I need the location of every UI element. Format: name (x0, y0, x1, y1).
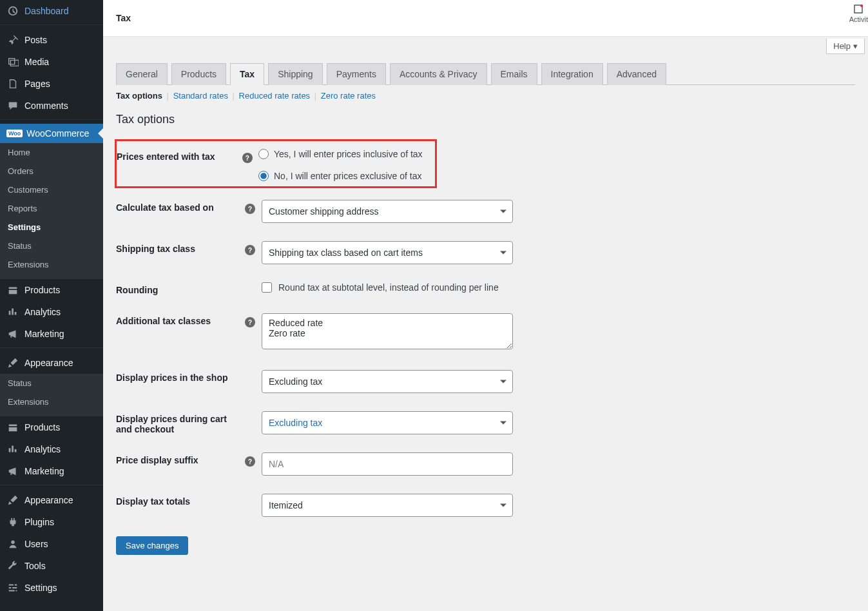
sidebar-sub-settings[interactable]: Settings (0, 218, 103, 237)
sidebar-item-label: Dashboard (24, 6, 69, 16)
cart-prices-select[interactable]: Excluding tax (262, 411, 513, 434)
sidebar-item-label: Products (24, 422, 60, 432)
products-icon (6, 421, 19, 434)
radio-exclusive-input[interactable] (258, 171, 269, 181)
sidebar-sub-extensions2[interactable]: Extensions (0, 393, 103, 411)
analytics-icon (6, 306, 19, 318)
sidebar-item-analytics2[interactable]: Analytics (0, 438, 103, 460)
woo-badge-icon: Woo (6, 130, 23, 137)
sidebar-sub-status2[interactable]: Status (0, 374, 103, 393)
sidebar-item-label: Pages (24, 79, 50, 89)
sidebar-item-label: Comments (24, 101, 68, 111)
sidebar-item-users[interactable]: Users (0, 533, 103, 555)
sidebar-sub-orders[interactable]: Orders (0, 162, 103, 180)
help-tooltip-icon[interactable]: ? (245, 245, 255, 255)
sidebar-sub-customers[interactable]: Customers (0, 180, 103, 199)
shipping-class-select[interactable]: Shipping tax class based on cart items (262, 241, 513, 264)
sidebar-item-posts[interactable]: Posts (0, 29, 103, 51)
tab-general[interactable]: General (116, 63, 168, 85)
sidebar-item-media[interactable]: Media (0, 51, 103, 73)
totals-label: Display tax totals (116, 494, 245, 507)
rounding-checkbox-label[interactable]: Round tax at subtotal level, instead of … (262, 282, 513, 293)
additional-classes-label: Additional tax classes (116, 313, 245, 326)
sidebar-item-label: Marketing (24, 466, 64, 476)
page-title: Tax (116, 13, 131, 23)
shop-prices-select[interactable]: Excluding tax (262, 370, 513, 393)
subnav-reduced-rates[interactable]: Reduced rate rates (239, 91, 311, 101)
activity-panel[interactable]: Activit (849, 3, 868, 23)
sidebar-sub-status[interactable]: Status (0, 237, 103, 255)
calc-tax-select[interactable]: Customer shipping address (262, 200, 513, 223)
help-tooltip-icon[interactable]: ? (245, 204, 255, 214)
products-icon (6, 284, 19, 296)
sidebar-item-label: Posts (24, 35, 47, 45)
radio-exclusive[interactable]: No, I will enter prices exclusive of tax (258, 171, 426, 181)
sidebar-sub-home[interactable]: Home (0, 143, 103, 162)
activity-icon (852, 3, 865, 15)
rounding-checkbox[interactable] (262, 282, 272, 293)
sidebar-item-woocommerce[interactable]: Woo WooCommerce (0, 124, 103, 143)
admin-sidebar: Dashboard Posts Media Pages Comments Woo… (0, 0, 103, 611)
sidebar-item-products[interactable]: Products (0, 279, 103, 301)
dashboard-icon (6, 5, 19, 17)
prices-tax-label: Prices entered with tax (117, 149, 242, 162)
sidebar-item-settings[interactable]: Settings (0, 577, 103, 599)
sidebar-item-products2[interactable]: Products (0, 416, 103, 438)
sidebar-item-dashboard[interactable]: Dashboard (0, 0, 103, 22)
sidebar-sub-extensions[interactable]: Extensions (0, 255, 103, 274)
radio-inclusive-input[interactable] (258, 149, 269, 159)
topbar: Tax Activit (103, 0, 868, 37)
radio-inclusive[interactable]: Yes, I will enter prices inclusive of ta… (258, 149, 426, 159)
sidebar-sub-reports[interactable]: Reports (0, 199, 103, 218)
subnav-zero-rates[interactable]: Zero rate rates (321, 91, 376, 101)
user-icon (6, 538, 19, 550)
help-tooltip-icon[interactable]: ? (245, 317, 255, 327)
sidebar-item-marketing[interactable]: Marketing (0, 323, 103, 345)
suffix-label: Price display suffix (116, 452, 245, 465)
totals-select[interactable]: Itemized (262, 494, 513, 517)
sidebar-item-label: Users (24, 539, 48, 549)
sidebar-item-appearance[interactable]: Appearance (0, 352, 103, 374)
sidebar-item-tools[interactable]: Tools (0, 555, 103, 577)
tab-tax[interactable]: Tax (230, 63, 264, 85)
tab-shipping[interactable]: Shipping (268, 63, 323, 85)
pages-icon (6, 77, 19, 90)
tab-payments[interactable]: Payments (327, 63, 386, 85)
media-icon (6, 55, 19, 68)
sliders-icon (6, 581, 19, 594)
highlighted-prices-tax-setting: Prices entered with tax ? Yes, I will en… (115, 139, 437, 188)
tax-subnav: Tax options | Standard rates | Reduced r… (116, 85, 855, 106)
save-changes-button[interactable]: Save changes (116, 536, 188, 555)
megaphone-icon (6, 327, 19, 340)
sidebar-item-comments[interactable]: Comments (0, 95, 103, 117)
suffix-input[interactable] (262, 452, 513, 476)
sidebar-item-analytics[interactable]: Analytics (0, 301, 103, 323)
sidebar-item-label: Settings (24, 583, 57, 593)
tab-advanced[interactable]: Advanced (607, 63, 666, 85)
help-tooltip-icon[interactable]: ? (245, 456, 255, 467)
tab-products[interactable]: Products (171, 63, 226, 85)
main-content: Tax Activit Help ▾ GeneralProductsTaxShi… (103, 0, 868, 611)
shop-prices-label: Display prices in the shop (116, 370, 245, 383)
section-heading: Tax options (116, 113, 855, 126)
sidebar-item-plugins[interactable]: Plugins (0, 511, 103, 533)
megaphone-icon (6, 465, 19, 478)
tab-accounts-privacy[interactable]: Accounts & Privacy (390, 63, 487, 85)
calc-tax-label: Calculate tax based on (116, 200, 245, 213)
wrench-icon (6, 559, 19, 572)
help-tab[interactable]: Help ▾ (826, 39, 865, 54)
chevron-down-icon: ▾ (853, 41, 858, 51)
tab-emails[interactable]: Emails (491, 63, 537, 85)
subnav-standard-rates[interactable]: Standard rates (173, 91, 228, 101)
additional-classes-textarea[interactable] (262, 313, 513, 349)
tab-integration[interactable]: Integration (541, 63, 603, 85)
subnav-tax-options[interactable]: Tax options (116, 91, 162, 101)
sidebar-item-appearance2[interactable]: Appearance (0, 489, 103, 511)
help-bar: Help ▾ (103, 37, 868, 54)
brush-icon (6, 494, 19, 507)
help-tooltip-icon[interactable]: ? (242, 153, 253, 163)
sidebar-item-pages[interactable]: Pages (0, 73, 103, 95)
sidebar-item-marketing2[interactable]: Marketing (0, 460, 103, 482)
brush-icon (6, 356, 19, 369)
pin-icon (6, 34, 19, 46)
